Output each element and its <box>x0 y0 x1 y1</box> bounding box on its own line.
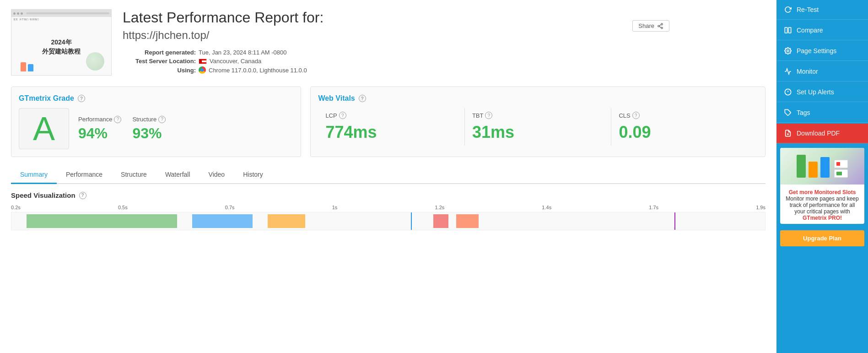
web-vitals-title: Web Vitals ? <box>318 94 758 103</box>
upgrade-label: Upgrade Plan <box>803 235 841 242</box>
compare-label: Compare <box>797 27 823 34</box>
svg-rect-6 <box>788 27 791 33</box>
share-button[interactable]: Share <box>632 20 669 32</box>
grades-section: GTmetrix Grade ? A Performance ? 94% <box>11 87 766 157</box>
marker-tti <box>674 212 675 230</box>
server-value: Vancouver, Canada <box>199 58 261 65</box>
timeline-label-1: 0.2s <box>11 205 21 210</box>
timeline-label-6: 1.4s <box>542 205 551 210</box>
speed-timeline: 0.2s 0.5s 0.7s 1s 1.2s 1.4s 1.7s 1.9s <box>11 205 766 232</box>
upgrade-button[interactable]: Upgrade Plan <box>780 230 864 246</box>
marker-fcp <box>411 212 412 230</box>
timeline-label-4: 1s <box>332 205 338 210</box>
web-vitals-help[interactable]: ? <box>359 95 366 102</box>
header-info: Latest Performance Report for: https://j… <box>123 9 766 74</box>
alerts-label: Set Up Alerts <box>797 88 834 96</box>
svg-point-1 <box>658 25 660 27</box>
retest-label: Re-Test <box>797 6 819 13</box>
meta-row-server: Test Server Location: Vancouver, Canada <box>123 58 766 65</box>
svg-line-4 <box>659 24 661 25</box>
cls-value: 0.09 <box>619 123 750 142</box>
timeline-label-5: 1.2s <box>435 205 444 210</box>
speed-viz-title: Speed Visualization ? <box>11 191 766 199</box>
lcp-help[interactable]: ? <box>339 112 346 119</box>
pdf-icon <box>784 129 792 137</box>
server-label: Test Server Location: <box>123 58 196 65</box>
share-icon <box>657 23 663 29</box>
promo-desc: Monitor more pages and keep track of per… <box>786 196 858 221</box>
structure-value: 93% <box>132 125 166 142</box>
vitals-inner: LCP ? 774ms TBT ? 31ms C <box>318 108 758 146</box>
lcp-metric: LCP ? 774ms <box>318 108 465 146</box>
promo-image <box>780 148 864 185</box>
grade-metrics: Performance ? 94% Structure ? 93% <box>78 116 166 142</box>
page-settings-label: Page Settings <box>797 47 836 54</box>
generated-value: Tue, Jan 23, 2024 8:11 AM -0800 <box>199 49 287 56</box>
download-pdf-button[interactable]: Download PDF <box>776 124 868 143</box>
share-label: Share <box>638 22 654 29</box>
compare-icon <box>784 26 792 34</box>
tbt-help[interactable]: ? <box>485 112 492 119</box>
tbt-metric: TBT ? 31ms <box>465 108 612 146</box>
performance-help[interactable]: ? <box>114 116 121 123</box>
tab-history[interactable]: History <box>234 166 272 184</box>
cls-help[interactable]: ? <box>632 112 640 119</box>
alerts-button[interactable]: Set Up Alerts <box>776 82 868 102</box>
sidebar: Re-Test Compare Page Settings <box>776 0 868 353</box>
timeline-label-7: 1.7s <box>649 205 658 210</box>
tags-icon <box>784 109 792 117</box>
chrome-icon <box>199 66 206 74</box>
tags-label: Tags <box>797 109 810 116</box>
svg-line-3 <box>659 26 661 27</box>
gtmetrix-grade-help[interactable]: ? <box>78 95 85 102</box>
cls-metric: CLS ? 0.09 <box>611 108 758 146</box>
svg-point-2 <box>661 27 663 29</box>
page-settings-icon <box>784 47 792 55</box>
performance-metric: Performance ? 94% <box>78 116 121 142</box>
cls-label: CLS ? <box>619 112 750 119</box>
retest-icon <box>784 5 792 14</box>
gtmetrix-grade-card: GTmetrix Grade ? A Performance ? 94% <box>11 87 301 157</box>
speed-viz-help[interactable]: ? <box>79 192 86 199</box>
meta-table: Report generated: Tue, Jan 23, 2024 8:11… <box>123 49 766 74</box>
lcp-label: LCP ? <box>325 112 457 119</box>
svg-rect-5 <box>785 27 787 33</box>
svg-point-7 <box>787 50 789 52</box>
tab-summary[interactable]: Summary <box>11 166 57 184</box>
performance-label: Performance ? <box>78 116 121 123</box>
generated-label: Report generated: <box>123 49 196 56</box>
tags-button[interactable]: Tags <box>776 103 868 123</box>
lcp-value: 774ms <box>325 123 457 142</box>
meta-row-generated: Report generated: Tue, Jan 23, 2024 8:11… <box>123 49 766 56</box>
download-pdf-label: Download PDF <box>797 130 840 137</box>
promo-brand: GTmetrix PRO! <box>803 215 842 221</box>
timeline-labels: 0.2s 0.5s 0.7s 1s 1.2s 1.4s 1.7s 1.9s <box>11 205 766 210</box>
site-thumbnail: 2024年 外贸建站教程 首页 关于我们 联系我们 <box>11 9 112 76</box>
tab-waterfall[interactable]: Waterfall <box>156 166 199 184</box>
grade-letter-box: A <box>19 108 69 149</box>
gtmetrix-grade-title: GTmetrix Grade ? <box>19 94 293 103</box>
web-vitals-card: Web Vitals ? LCP ? 774ms TBT ? <box>310 87 766 157</box>
speed-viz-section: Speed Visualization ? 0.2s 0.5s 0.7s 1s … <box>11 191 766 232</box>
structure-label: Structure ? <box>132 116 166 123</box>
monitor-button[interactable]: Monitor <box>776 62 868 81</box>
structure-metric: Structure ? 93% <box>132 116 166 142</box>
performance-value: 94% <box>78 125 121 142</box>
tab-structure[interactable]: Structure <box>112 166 156 184</box>
promo-title: Get more Monitored Slots <box>789 189 856 196</box>
compare-button[interactable]: Compare <box>776 21 868 40</box>
tab-performance[interactable]: Performance <box>57 166 112 184</box>
tbt-value: 31ms <box>472 123 604 142</box>
canada-flag-icon <box>199 59 207 64</box>
structure-help[interactable]: ? <box>158 116 166 123</box>
alerts-icon <box>784 88 792 96</box>
svg-point-0 <box>661 23 663 25</box>
retest-button[interactable]: Re-Test <box>776 0 868 20</box>
timeline-label-3: 0.7s <box>225 205 235 210</box>
timeline-label-2: 0.5s <box>118 205 128 210</box>
tab-video[interactable]: Video <box>199 166 234 184</box>
promo-text: Get more Monitored Slots Monitor more pa… <box>780 185 864 224</box>
tabs-bar: Summary Performance Structure Waterfall … <box>11 166 766 184</box>
monitor-label: Monitor <box>797 68 818 75</box>
page-settings-button[interactable]: Page Settings <box>776 41 868 61</box>
